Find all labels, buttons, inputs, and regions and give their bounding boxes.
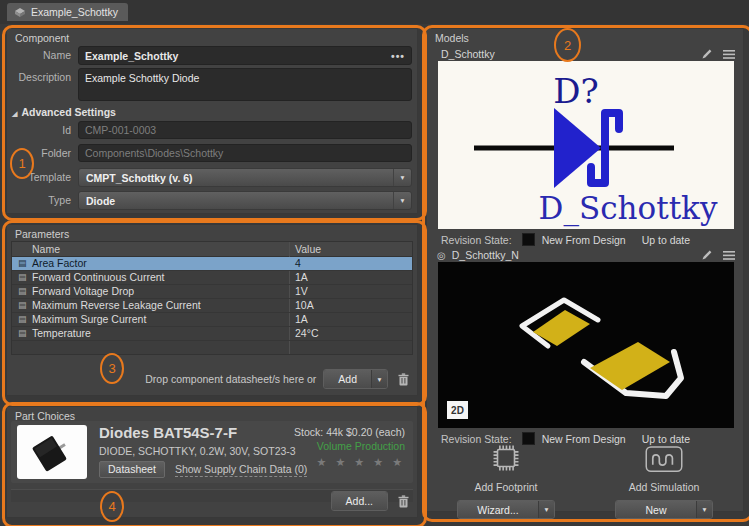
column-header-value[interactable]: Value	[295, 243, 321, 255]
parameters-panel-title: Parameters	[15, 228, 69, 240]
description-value: Example Schottky Diode	[85, 72, 199, 84]
drop-hint: Drop component datasheet/s here or	[145, 373, 316, 385]
parameter-name: Temperature	[32, 327, 91, 340]
folder-value: Components\Diodes\Schottky	[85, 147, 223, 159]
parameter-name: Forward Continuous Current	[32, 271, 164, 284]
parameters-panel: Parameters Name Value ▤ Area Factor 4 ▤ …	[6, 224, 418, 396]
chevron-down-icon[interactable]: ▼	[393, 169, 411, 186]
advanced-settings-label: Advanced Settings	[21, 106, 116, 118]
symbol-preview[interactable]: D? D_Schottky	[438, 61, 734, 229]
type-row: Type Diode ▼	[7, 191, 412, 210]
add-part-button[interactable]: Add...	[332, 492, 387, 510]
edit-pencil-icon[interactable]	[701, 249, 713, 261]
component-doc-icon	[14, 7, 26, 17]
new-button[interactable]: New	[616, 501, 696, 518]
chevron-down-icon[interactable]: ▼	[538, 501, 554, 518]
parameter-icon: ▤	[18, 257, 27, 270]
tab-bar: Example_Schottky	[0, 0, 749, 24]
datasheet-button[interactable]: Datasheet	[99, 461, 165, 478]
parameter-icon: ▤	[18, 327, 27, 340]
component-panel-title: Component	[15, 32, 69, 44]
table-row[interactable]: ▤ Maximum Surge Current 1A	[12, 313, 412, 327]
add-button[interactable]: Add	[324, 370, 371, 388]
part-choice-card[interactable]: Diodes BAT54S-7-F DIODE, SCHOTTKY, 0.2W,…	[11, 421, 413, 483]
symbol-model-name: D_Schottky	[441, 48, 495, 60]
id-row: Id CMP-001-0003	[7, 121, 412, 139]
menu-icon[interactable]	[723, 251, 735, 260]
folder-input: Components\Diodes\Schottky	[78, 144, 412, 162]
name-label: Name	[7, 46, 71, 65]
table-row[interactable]: ▤ Forward Continuous Current 1A	[12, 271, 412, 285]
add-parameter-split-button[interactable]: Add ▼	[323, 369, 388, 389]
part-description: DIODE, SCHOTTKY, 0.2W, 30V, SOT23-3	[99, 445, 296, 457]
view-toggle-label: 2D	[451, 405, 464, 416]
description-input[interactable]: Example Schottky Diode	[78, 68, 412, 101]
add-part-button-wrap[interactable]: Add...	[331, 491, 388, 511]
type-label: Type	[7, 191, 71, 210]
menu-icon[interactable]	[723, 50, 735, 59]
supply-chain-link[interactable]: Show Supply Chain Data (0)	[175, 463, 308, 477]
models-panel-title: Models	[435, 32, 469, 44]
parameter-icon: ▤	[18, 299, 27, 312]
more-button[interactable]: •••	[391, 50, 405, 62]
chevron-down-icon[interactable]: ▼	[371, 370, 387, 388]
footprint-model-header: ◎ D_Schottky_N	[437, 248, 735, 262]
parameters-footer: Drop component datasheet/s here or Add ▼	[145, 369, 411, 389]
table-row[interactable]: ▤ Area Factor 4	[12, 257, 412, 271]
wizard-split-button[interactable]: Wizard... ▼	[457, 500, 555, 519]
template-label: Template	[7, 168, 71, 187]
add-simulation-label: Add Simulation	[629, 481, 700, 493]
model-add-actions: Add Footprint Wizard... ▼ Add Simulation…	[427, 441, 743, 519]
part-photo	[17, 425, 87, 479]
type-select[interactable]: Diode ▼	[78, 191, 412, 210]
template-select[interactable]: CMPT_Schottky (v. 6) ▼	[78, 168, 412, 187]
name-value: Example_Schottky	[85, 50, 178, 62]
parameter-value: 1V	[295, 285, 308, 298]
advanced-settings-header[interactable]: ◢Advanced Settings	[12, 106, 116, 118]
parameter-value: 1A	[295, 313, 308, 326]
revision-state-label: Revision State:	[441, 234, 512, 246]
chip-icon	[488, 441, 524, 475]
name-row: Name Example_Schottky •••	[7, 46, 412, 65]
revision-status: Up to date	[642, 234, 690, 246]
new-simulation-split-button[interactable]: New ▼	[615, 500, 713, 519]
document-tab[interactable]: Example_Schottky	[7, 3, 128, 21]
symbol-designator: D?	[553, 71, 599, 111]
footprint-model-name: D_Schottky_N	[452, 249, 519, 261]
chevron-down-icon[interactable]: ▼	[696, 501, 712, 518]
part-title: Diodes BAT54S-7-F	[99, 424, 237, 441]
models-panel: Models D_Schottky D? D_Schottky	[426, 28, 744, 512]
wizard-button[interactable]: Wizard...	[458, 501, 538, 518]
name-input[interactable]: Example_Schottky •••	[78, 46, 412, 65]
component-panel: Component Name Example_Schottky ••• Desc…	[6, 28, 418, 214]
parameter-name: Area Factor	[32, 257, 87, 270]
chevron-down-icon[interactable]: ▼	[393, 192, 411, 209]
description-label: Description	[7, 68, 71, 87]
parameter-icon: ▤	[18, 313, 27, 326]
revision-state-value: New From Design	[542, 234, 626, 246]
parameter-value: 24°C	[295, 327, 318, 340]
parameter-name: Maximum Surge Current	[32, 313, 146, 326]
column-header-name[interactable]: Name	[32, 243, 60, 255]
table-row[interactable]: ▤ Temperature 24°C	[12, 327, 412, 341]
tab-title: Example_Schottky	[31, 6, 118, 18]
symbol-model-header: D_Schottky	[441, 47, 735, 61]
revision-state-swatch	[522, 233, 535, 246]
lifecycle-status: Volume Production	[294, 440, 405, 452]
parameter-value: 10A	[295, 299, 314, 312]
rating-stars[interactable]: ★ ★ ★ ★ ★	[294, 456, 405, 469]
part-choices-footer: Add...	[331, 491, 411, 511]
table-row[interactable]: ▤ Maximum Reverse Leakage Current 10A	[12, 299, 412, 313]
parameter-icon: ▤	[18, 285, 27, 298]
parameters-table: Name Value ▤ Area Factor 4 ▤ Forward Con…	[11, 241, 413, 355]
delete-button[interactable]	[395, 492, 411, 510]
description-row: Description Example Schottky Diode	[7, 68, 412, 101]
add-footprint-column: Add Footprint Wizard... ▼	[427, 441, 585, 519]
table-row[interactable]: ▤ Forward Voltage Drop 1V	[12, 285, 412, 299]
template-value: CMPT_Schottky (v. 6)	[86, 172, 193, 184]
edit-pencil-icon[interactable]	[701, 48, 713, 60]
delete-button[interactable]	[395, 370, 411, 388]
folder-label: Folder	[7, 144, 71, 163]
footprint-preview[interactable]: 2D	[438, 262, 734, 428]
stock-text: Stock: 44k $0.20 (each)	[294, 426, 405, 438]
